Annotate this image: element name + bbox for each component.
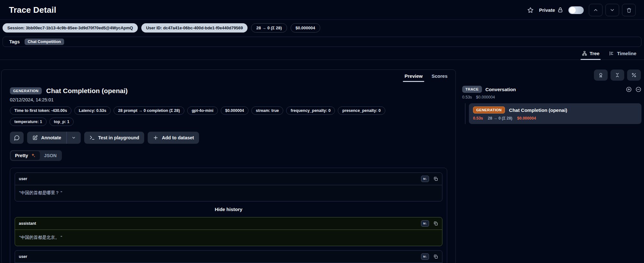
tab-tree[interactable]: Tree xyxy=(579,49,603,60)
cost-badge: $0.000004 xyxy=(291,23,320,33)
observation-badges: Time to first token: -430.00s Latency: 0… xyxy=(2,102,429,126)
minus-circle-icon xyxy=(635,86,641,92)
observation-detail-panel: Preview Scores GENERATION Chat Completio… xyxy=(1,69,456,263)
generation-tree-node[interactable]: GENERATION Chat Completion (openai) 0.53… xyxy=(469,103,641,124)
observation-title: Chat Completion (openai) xyxy=(46,87,128,95)
scores-toggle-button[interactable] xyxy=(594,69,608,81)
session-badge[interactable]: Session: 3bb00ec7-1b13-4c9b-85ee-3d9d70f… xyxy=(3,23,138,33)
collapse-node-button[interactable] xyxy=(635,86,641,92)
chevron-down-icon xyxy=(71,135,76,140)
trace-meta-row: Session: 3bb00ec7-1b13-4c9b-85ee-3d9d70f… xyxy=(0,20,644,35)
badge-stream: stream: true xyxy=(251,106,283,115)
privacy-control: Private xyxy=(539,7,563,13)
detail-tabs: Preview Scores xyxy=(2,70,455,82)
plus-circle-icon xyxy=(626,86,632,92)
message-content: "中国的首都是哪里？ " xyxy=(15,185,442,201)
markdown-toggle-button[interactable]: M↓ xyxy=(421,176,429,182)
badge-temperature: temperature: 1 xyxy=(10,118,47,126)
trace-tree-panel: TRACE Conversation 0.53s $0.000004 GENER… xyxy=(462,69,641,263)
badge-presence-penalty: presence_penalty: 0 xyxy=(338,106,385,115)
generation-latency: 0.53s xyxy=(473,116,483,121)
tree-icon xyxy=(582,51,587,56)
star-icon xyxy=(527,7,534,14)
award-icon xyxy=(598,72,603,78)
metrics-toggle-button[interactable] xyxy=(627,69,641,81)
messages-container: user M↓ "中国的首都是哪里？ " Hide history assist… xyxy=(10,168,447,263)
timeline-icon xyxy=(609,51,614,56)
playground-button[interactable]: Test in playground xyxy=(84,132,144,144)
plus-icon xyxy=(153,135,159,141)
chevron-down-icon xyxy=(610,7,615,13)
view-switcher: Tree Timeline xyxy=(0,47,644,60)
generation-cost: $0.000004 xyxy=(517,116,536,121)
hide-history-button[interactable]: Hide history xyxy=(15,206,442,213)
pretty-label: Pretty xyxy=(15,153,28,158)
comments-button[interactable] xyxy=(10,132,24,144)
copy-icon xyxy=(433,221,438,226)
message-role: user xyxy=(19,177,27,181)
privacy-label: Private xyxy=(539,7,555,13)
copy-icon xyxy=(433,254,438,259)
bookmark-star-button[interactable] xyxy=(527,7,534,14)
trace-title: Conversation xyxy=(485,87,516,92)
trace-latency: 0.53s xyxy=(462,95,472,99)
trace-cost: $0.000004 xyxy=(476,95,495,99)
collapse-all-button[interactable] xyxy=(611,69,624,81)
toggle-knob xyxy=(569,7,576,13)
annotate-menu-button[interactable] xyxy=(67,132,81,144)
sparkles-icon xyxy=(31,153,36,158)
expand-all-button[interactable] xyxy=(626,86,632,92)
badge-cost: $0.000004 xyxy=(221,106,248,115)
message-card-user-1: user M↓ "中国的首都是哪里？ " xyxy=(15,172,442,201)
previous-trace-button[interactable] xyxy=(589,4,603,16)
generation-node-title: Chat Completion (openai) xyxy=(509,107,567,113)
page-header: Trace Detail Private xyxy=(0,0,644,19)
copy-button[interactable] xyxy=(433,221,438,226)
page-title: Trace Detail xyxy=(9,5,56,15)
message-content: "中国的首都是北京。 " xyxy=(15,230,442,246)
trace-tree-root[interactable]: TRACE Conversation xyxy=(462,86,641,93)
delete-trace-button[interactable] xyxy=(622,4,636,16)
message-role: assistant xyxy=(19,221,36,226)
badge-latency: Latency: 0.53s xyxy=(74,106,111,115)
generation-type-badge: GENERATION xyxy=(473,106,505,113)
annotate-label: Annotate xyxy=(41,135,61,140)
tags-label: Tags xyxy=(9,39,20,44)
message-role: user xyxy=(19,254,27,259)
badge-model: gpt-4o-mini xyxy=(187,106,218,115)
badge-token-usage: 28 prompt → 0 completion (Σ 28) xyxy=(114,106,184,115)
json-view-button[interactable]: JSON xyxy=(40,151,61,160)
copy-button[interactable] xyxy=(433,176,438,181)
tab-tree-label: Tree xyxy=(590,51,600,56)
tree-toolbar xyxy=(462,69,641,81)
action-bar: Annotate Test in playground Add to datas… xyxy=(2,126,455,144)
badge-time-to-first-token: Time to first token: -430.00s xyxy=(10,106,71,115)
markdown-toggle-button[interactable]: M↓ xyxy=(421,253,429,260)
public-toggle[interactable] xyxy=(568,6,584,14)
user-id-badge[interactable]: User ID: dc47a41e-06bc-400d-bde1-f0e440d… xyxy=(141,23,248,33)
percent-icon xyxy=(631,72,637,78)
playground-label: Test in playground xyxy=(98,135,139,140)
trace-type-badge: TRACE xyxy=(462,86,482,93)
next-trace-button[interactable] xyxy=(605,4,619,16)
annotate-pencil-icon xyxy=(32,135,38,141)
comment-bubble-icon xyxy=(14,135,20,141)
terminal-icon xyxy=(89,135,95,141)
copy-button[interactable] xyxy=(433,254,438,259)
annotate-split-button: Annotate xyxy=(27,132,81,144)
annotate-button[interactable]: Annotate xyxy=(27,132,66,144)
tab-scores[interactable]: Scores xyxy=(427,71,452,82)
pretty-view-button[interactable]: Pretty xyxy=(11,151,40,160)
trace-metrics: 0.53s $0.000004 xyxy=(462,95,641,99)
tab-preview[interactable]: Preview xyxy=(400,71,427,82)
token-usage-badge: 28 → 0 (Σ 28) xyxy=(251,23,287,33)
markdown-toggle-button[interactable]: M↓ xyxy=(421,220,429,227)
tab-timeline[interactable]: Timeline xyxy=(606,49,640,60)
observation-timestamp: 02/12/2024, 14:25:01 xyxy=(2,95,455,102)
add-to-dataset-button[interactable]: Add to dataset xyxy=(148,132,199,144)
generation-tokens: 28 → 0 (Σ 28) xyxy=(488,116,512,121)
badge-top-p: top_p: 1 xyxy=(49,118,74,126)
lock-icon xyxy=(557,7,563,13)
tag-chip[interactable]: Chat Competition xyxy=(25,39,64,45)
format-toggle: Pretty JSON xyxy=(10,150,62,161)
